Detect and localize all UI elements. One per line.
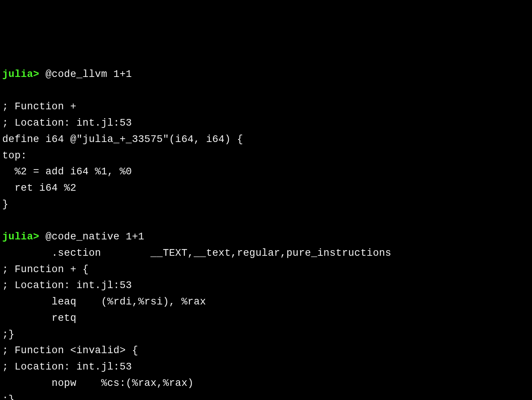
repl-prompt: julia> bbox=[2, 231, 39, 242]
repl-prompt: julia> bbox=[2, 69, 39, 80]
repl-command[interactable]: @code_llvm 1+1 bbox=[39, 69, 132, 80]
repl-command[interactable]: @code_native 1+1 bbox=[39, 231, 144, 242]
terminal-output: julia> @code_llvm 1+1 ; Function + ; Loc… bbox=[2, 67, 530, 400]
repl-output-native: .section __TEXT,__text,regular,pure_inst… bbox=[2, 248, 391, 400]
repl-output-llvm: ; Function + ; Location: int.jl:53 defin… bbox=[2, 101, 243, 210]
